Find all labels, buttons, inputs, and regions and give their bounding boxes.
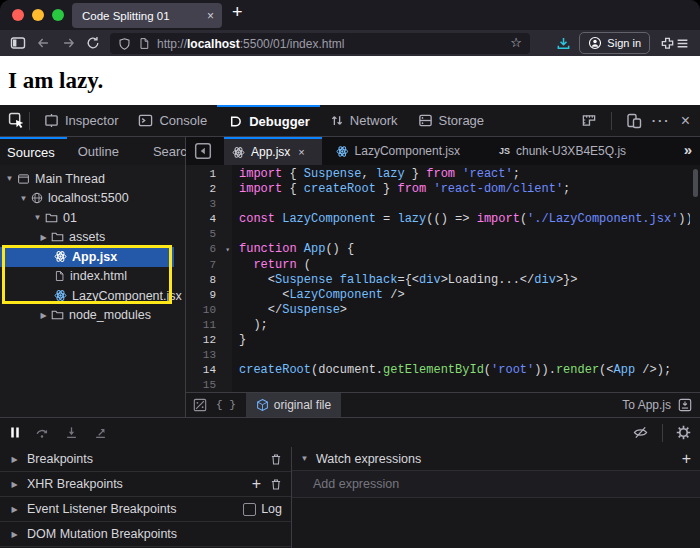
browser-tab[interactable]: Code Splitting 01 × bbox=[72, 3, 222, 28]
tree-item-localhost[interactable]: ▼ localhost:5500 bbox=[0, 189, 174, 209]
section-event-listener-breakpoints[interactable]: ▶ Event Listener Breakpoints Log bbox=[0, 497, 291, 522]
line-number[interactable]: 5 bbox=[186, 227, 232, 242]
step-over-icon[interactable] bbox=[34, 426, 50, 440]
expander-right-icon[interactable]: ▶ bbox=[38, 233, 49, 242]
log-checkbox[interactable] bbox=[243, 503, 256, 516]
code-line[interactable] bbox=[232, 197, 690, 212]
remove-breakpoints-trash-icon[interactable] bbox=[270, 453, 282, 466]
braces-icon[interactable]: { } bbox=[216, 399, 236, 411]
line-number[interactable]: 11 bbox=[186, 318, 232, 333]
editor-tab-appjsx[interactable]: App.jsx × bbox=[224, 137, 322, 165]
expander-right-icon[interactable]: ▶ bbox=[9, 505, 20, 514]
tree-item-appjsx[interactable]: App.jsx bbox=[0, 247, 174, 267]
shield-icon[interactable] bbox=[118, 37, 131, 51]
tree-item-main-thread[interactable]: ▼ Main Thread bbox=[0, 169, 174, 189]
line-number[interactable]: 7 bbox=[186, 258, 232, 273]
code-line[interactable]: import { Suspense, lazy } from 'react'; bbox=[232, 167, 690, 182]
line-number[interactable]: 3 bbox=[186, 197, 232, 212]
line-number[interactable]: 10 bbox=[186, 303, 232, 318]
tree-item-assets[interactable]: ▶ assets bbox=[0, 228, 174, 248]
line-number[interactable]: 12 bbox=[186, 333, 232, 348]
fold-arrow-icon[interactable]: ▾ bbox=[225, 242, 230, 257]
line-number[interactable]: 8 bbox=[186, 273, 232, 288]
section-xhr-breakpoints[interactable]: ▶ XHR Breakpoints + bbox=[0, 472, 291, 497]
tree-item-lazycomponentjsx[interactable]: LazyComponent.jsx bbox=[0, 286, 174, 306]
code-line[interactable] bbox=[232, 227, 690, 242]
code-line[interactable]: } bbox=[232, 333, 690, 348]
watch-expressions-header[interactable]: ▼ Watch expressions + bbox=[292, 447, 700, 471]
line-number[interactable]: 14 bbox=[186, 363, 232, 378]
close-window-button[interactable] bbox=[12, 9, 24, 21]
editor-scrollbar[interactable] bbox=[693, 169, 698, 197]
remove-xhr-breakpoints-trash-icon[interactable] bbox=[270, 478, 282, 491]
editor-tab-chunk[interactable]: JS chunk-U3XB4E5Q.js bbox=[491, 137, 641, 165]
expander-down-icon[interactable]: ▼ bbox=[32, 213, 43, 222]
step-out-icon[interactable] bbox=[93, 426, 108, 440]
extensions-icon[interactable] bbox=[660, 36, 675, 51]
maximize-window-button[interactable] bbox=[52, 9, 64, 21]
code-editor[interactable]: 123456▾789101112131415 import { Suspense… bbox=[186, 165, 700, 417]
add-expression-input[interactable]: Add expression bbox=[292, 471, 700, 498]
new-tab-button[interactable]: + bbox=[232, 2, 243, 23]
tab-debugger[interactable]: Debugger bbox=[217, 105, 320, 136]
pause-icon[interactable] bbox=[10, 426, 20, 439]
expander-right-icon[interactable]: ▶ bbox=[9, 455, 20, 464]
line-number[interactable]: 6▾ bbox=[186, 242, 232, 257]
downloads-icon[interactable] bbox=[556, 36, 571, 51]
back-icon[interactable] bbox=[36, 36, 51, 50]
code-line[interactable]: <Suspense fallback={<div>Loading...</div… bbox=[232, 273, 690, 288]
reload-icon[interactable] bbox=[86, 36, 100, 50]
forward-icon[interactable] bbox=[61, 36, 76, 50]
minimize-window-button[interactable] bbox=[32, 9, 44, 21]
code-line[interactable]: import { createRoot } from 'react-dom/cl… bbox=[232, 182, 690, 197]
page-info-icon[interactable] bbox=[138, 37, 150, 50]
code-line[interactable]: ); bbox=[232, 318, 690, 333]
close-tab-icon[interactable]: × bbox=[298, 146, 304, 158]
expander-right-icon[interactable]: ▶ bbox=[9, 480, 20, 489]
code-line[interactable]: const LazyComponent = lazy(() => import(… bbox=[232, 212, 690, 227]
tab-network[interactable]: Network bbox=[320, 105, 408, 136]
add-xhr-breakpoint-icon[interactable]: + bbox=[252, 476, 261, 492]
code-line[interactable]: createRoot(document.getElementById('root… bbox=[232, 363, 690, 378]
rulers-icon[interactable] bbox=[581, 113, 597, 128]
pick-element-icon[interactable] bbox=[8, 112, 25, 129]
tab-sources[interactable]: Sources bbox=[0, 137, 67, 165]
close-devtools-icon[interactable]: × bbox=[681, 112, 690, 130]
original-file-chip[interactable]: original file bbox=[246, 393, 341, 417]
deactivate-breakpoints-icon[interactable] bbox=[632, 425, 649, 440]
step-in-icon[interactable] bbox=[64, 426, 79, 440]
bookmark-star-icon[interactable]: ☆ bbox=[510, 35, 522, 50]
more-options-icon[interactable]: ··· bbox=[652, 113, 671, 128]
tab-outline[interactable]: Outline bbox=[67, 137, 130, 165]
jump-to-generated-source[interactable]: To App.js bbox=[622, 398, 692, 412]
responsive-design-icon[interactable] bbox=[626, 113, 642, 129]
code-line[interactable]: <LazyComponent /> bbox=[232, 288, 690, 303]
collapse-sources-pane-icon[interactable] bbox=[194, 142, 212, 160]
code-line[interactable]: </Suspense> bbox=[232, 303, 690, 318]
settings-gear-icon[interactable] bbox=[676, 425, 691, 440]
add-watch-expression-icon[interactable]: + bbox=[682, 451, 691, 467]
line-number[interactable]: 9 bbox=[186, 288, 232, 303]
line-number[interactable]: 1 bbox=[186, 167, 232, 182]
expander-down-icon[interactable]: ▼ bbox=[18, 194, 29, 203]
tab-overflow-icon[interactable]: » bbox=[684, 141, 692, 158]
editor-code[interactable]: import { Suspense, lazy } from 'react';i… bbox=[232, 165, 690, 393]
editor-tab-lazycomponent[interactable]: LazyComponent.jsx bbox=[328, 137, 468, 165]
line-number[interactable]: 13 bbox=[186, 348, 232, 363]
tab-storage[interactable]: Storage bbox=[408, 105, 495, 136]
expander-right-icon[interactable]: ▶ bbox=[38, 311, 49, 320]
section-breakpoints[interactable]: ▶ Breakpoints bbox=[0, 447, 291, 472]
sign-in-button[interactable]: Sign in bbox=[579, 32, 650, 54]
section-dom-mutation-breakpoints[interactable]: ▶ DOM Mutation Breakpoints bbox=[0, 522, 291, 547]
code-line[interactable]: function App() { bbox=[232, 242, 690, 257]
menu-icon[interactable] bbox=[675, 37, 690, 50]
url-bar[interactable]: http://localhost:5500/01/index.html ☆ bbox=[110, 33, 530, 54]
tree-item-indexhtml[interactable]: index.html bbox=[0, 267, 174, 287]
line-number[interactable]: 4 bbox=[186, 212, 232, 227]
tab-inspector[interactable]: Inspector bbox=[34, 105, 128, 136]
pretty-print-icon[interactable] bbox=[193, 398, 207, 412]
line-number[interactable]: 2 bbox=[186, 182, 232, 197]
code-line[interactable] bbox=[232, 348, 690, 363]
sidebar-toggle-icon[interactable] bbox=[10, 35, 26, 51]
tab-console[interactable]: Console bbox=[128, 105, 217, 136]
